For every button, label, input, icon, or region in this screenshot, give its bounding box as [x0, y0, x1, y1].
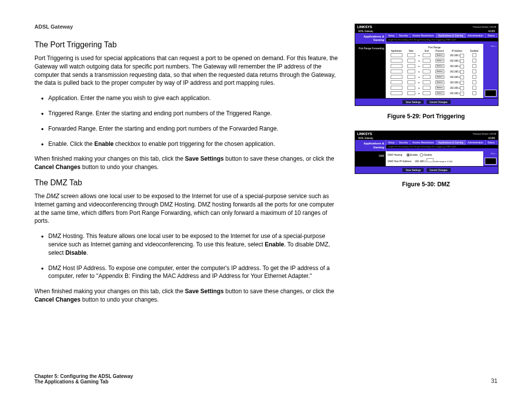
application-input[interactable]	[391, 91, 402, 95]
ip-prefix: 192.168.1.	[450, 92, 460, 95]
ip-last-octet-input[interactable]	[460, 92, 464, 96]
ip-last-octet-input[interactable]	[460, 86, 464, 90]
end-port-input[interactable]	[423, 75, 431, 79]
list-item: Application. Enter the name you wish to …	[48, 94, 340, 103]
application-input[interactable]	[391, 69, 402, 73]
enable-radio[interactable]	[406, 153, 410, 157]
figure-caption: Figure 5-29: Port Triggering	[355, 113, 498, 120]
cancel-changes-button[interactable]: Cancel Changes	[427, 168, 451, 172]
start-port-input[interactable]	[407, 53, 415, 57]
enable-checkbox[interactable]	[472, 80, 476, 84]
enable-checkbox[interactable]	[472, 59, 476, 63]
enable-checkbox[interactable]	[472, 86, 476, 90]
application-input[interactable]	[391, 64, 402, 68]
end-port-input[interactable]	[423, 91, 431, 95]
ip-prefix: 192.168.1.	[450, 54, 460, 57]
tab-status[interactable]: Status	[486, 33, 497, 38]
doc-header: ADSL Gateway	[34, 24, 340, 30]
protocol-select[interactable]: Both ▾	[435, 80, 444, 84]
start-port-input[interactable]	[407, 91, 415, 95]
tab-security[interactable]: Security	[397, 33, 410, 38]
save-settings-button[interactable]: Save Settings	[402, 100, 424, 104]
save-settings-button[interactable]: Save Settings	[402, 168, 424, 172]
end-port-input[interactable]	[423, 69, 431, 73]
protocol-select[interactable]: Both ▾	[435, 69, 444, 73]
port-table: Application Start End Protocol IP Addres…	[388, 49, 481, 96]
text: When finished making your changes on thi…	[34, 288, 185, 295]
tab-administration[interactable]: Administration	[466, 33, 486, 38]
tab-access-restrictions[interactable]: Access Restrictions	[410, 140, 436, 145]
paragraph: When finished making your changes on thi…	[34, 287, 340, 304]
enable-checkbox[interactable]	[472, 75, 476, 79]
bold-text: Enable	[265, 241, 284, 248]
start-port-input[interactable]	[407, 64, 415, 68]
protocol-select[interactable]: Both ▾	[435, 86, 444, 90]
subnav[interactable]: Single Port Forwarding | Port Range Forw…	[386, 38, 498, 41]
protocol-select[interactable]: Both ▾	[435, 64, 444, 68]
ip-prefix: 192.168.1.	[450, 65, 460, 68]
subnav[interactable]: Single Port Forwarding | Port Range Forw…	[386, 145, 498, 148]
list-item: Forwarded Range. Enter the starting and …	[48, 125, 340, 133]
start-port-input[interactable]	[407, 86, 415, 90]
tab-security[interactable]: Security	[397, 140, 410, 145]
brand-logo: LINKSYS	[357, 25, 372, 29]
ip-prefix: 192.168.1.	[450, 87, 460, 89]
enable-checkbox[interactable]	[472, 64, 476, 68]
application-input[interactable]	[391, 86, 402, 90]
ip-last-octet-input[interactable]	[460, 70, 464, 74]
disable-label: Disable	[424, 153, 432, 156]
more-link[interactable]: More...	[483, 151, 498, 156]
ip-last-octet-input[interactable]	[460, 81, 464, 85]
page-number: 31	[491, 377, 498, 384]
protocol-select[interactable]: Both ▾	[435, 59, 444, 63]
table-row: toBoth ▾192.168.1.	[388, 69, 481, 74]
text: Enable. Click the	[48, 140, 94, 147]
more-link[interactable]: More...	[483, 44, 498, 48]
brand-logo: LINKSYS	[357, 132, 372, 136]
footer-section: The Applications & Gaming Tab	[34, 379, 133, 384]
enable-checkbox[interactable]	[472, 91, 476, 95]
bold-text: Save Settings	[185, 288, 224, 295]
dmz-host-ip-input[interactable]	[427, 158, 433, 162]
titlebar-left: ADSL Gateway	[358, 137, 373, 139]
text: When finished making your changes on thi…	[34, 155, 185, 162]
paragraph: The DMZ screen allows one local user to …	[34, 192, 340, 225]
start-port-input[interactable]	[407, 80, 415, 84]
protocol-select[interactable]: Both ▾	[435, 91, 444, 95]
tab-status[interactable]: Status	[486, 140, 497, 145]
enable-checkbox[interactable]	[472, 69, 476, 73]
application-input[interactable]	[391, 80, 402, 84]
start-port-input[interactable]	[407, 75, 415, 79]
titlebar-right: AG300	[488, 30, 495, 33]
ip-last-octet-input[interactable]	[460, 75, 464, 79]
ip-last-octet-input[interactable]	[460, 65, 464, 68]
tab-setup[interactable]: Setup	[386, 140, 397, 145]
ip-last-octet-input[interactable]	[460, 59, 464, 63]
text: button to undo your changes.	[80, 164, 159, 171]
ip-last-octet-input[interactable]	[460, 54, 464, 58]
start-port-input[interactable]	[407, 69, 415, 73]
start-port-input[interactable]	[407, 59, 415, 63]
end-port-input[interactable]	[423, 86, 431, 90]
tab-access-restrictions[interactable]: Access Restrictions	[410, 33, 436, 38]
protocol-select[interactable]: Both ▾	[435, 53, 444, 57]
end-port-input[interactable]	[423, 59, 431, 63]
tab-applications-gaming[interactable]: Applications & Gaming	[436, 140, 466, 145]
list-item: DMZ Hosting. This feature allows one loc…	[48, 232, 340, 257]
application-input[interactable]	[391, 75, 402, 79]
end-port-input[interactable]	[423, 80, 431, 84]
application-input[interactable]	[391, 59, 402, 63]
end-port-input[interactable]	[423, 64, 431, 68]
application-input[interactable]	[391, 53, 402, 57]
text: screen allows one local user to be expos…	[34, 193, 334, 224]
protocol-select[interactable]: Both ▾	[435, 75, 444, 79]
end-port-input[interactable]	[423, 53, 431, 57]
tab-administration[interactable]: Administration	[466, 140, 486, 145]
enable-label: Enable	[410, 153, 418, 156]
tab-applications-gaming[interactable]: Applications & Gaming	[436, 33, 466, 38]
enable-checkbox[interactable]	[472, 53, 476, 57]
bold-text: Save Settings	[185, 155, 224, 162]
cancel-changes-button[interactable]: Cancel Changes	[427, 100, 451, 104]
tab-setup[interactable]: Setup	[386, 33, 397, 38]
disable-radio[interactable]	[420, 153, 423, 157]
